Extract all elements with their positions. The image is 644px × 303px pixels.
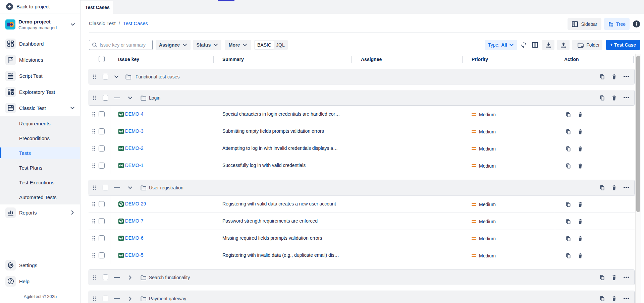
sidebar-toggle-button[interactable]: Sidebar bbox=[568, 18, 601, 30]
tree-view-button[interactable]: Tree bbox=[604, 18, 630, 30]
sidebar-item-exploratory-test[interactable]: Exploratory Test bbox=[0, 84, 80, 100]
test-case-row[interactable]: DEMO-1 Successfully log in with valid cr… bbox=[89, 157, 635, 174]
chevron-right-icon[interactable] bbox=[128, 275, 132, 280]
more-actions-icon[interactable] bbox=[624, 185, 629, 190]
issue-key-link[interactable]: DEMO-29 bbox=[125, 201, 146, 206]
submenu-item-automated-tests[interactable]: Automated Tests bbox=[0, 190, 80, 204]
test-case-row[interactable]: DEMO-3 Submitting empty fields prompts v… bbox=[89, 123, 635, 140]
sidebar-item-classic-test[interactable]: Classic Test bbox=[0, 100, 80, 116]
trash-icon[interactable] bbox=[578, 219, 583, 224]
add-folder-button[interactable]: Folder bbox=[572, 40, 602, 50]
more-actions-icon[interactable] bbox=[624, 74, 629, 79]
row-checkbox[interactable] bbox=[99, 201, 105, 207]
column-header-issue-key[interactable]: Issue key bbox=[118, 53, 139, 66]
column-header-summary[interactable]: Summary bbox=[222, 53, 244, 66]
more-actions-icon[interactable] bbox=[624, 296, 629, 301]
submenu-item-requirements[interactable]: Requirements bbox=[0, 116, 80, 131]
submenu-item-test-plans[interactable]: Test Plans bbox=[0, 160, 80, 175]
trash-icon[interactable] bbox=[578, 163, 583, 169]
search-input[interactable] bbox=[100, 42, 150, 48]
test-case-row[interactable]: DEMO-7 Password strength requirements ar… bbox=[89, 213, 635, 230]
copy-icon[interactable] bbox=[566, 146, 571, 152]
copy-icon[interactable] bbox=[566, 202, 571, 207]
tab-test-cases[interactable]: Test Cases bbox=[80, 1, 113, 14]
issue-key-link[interactable]: DEMO-1 bbox=[125, 163, 143, 168]
drag-handle-icon[interactable] bbox=[92, 236, 95, 241]
chevron-down-icon[interactable] bbox=[128, 96, 132, 100]
test-case-row[interactable]: DEMO-4 Special characters in login crede… bbox=[89, 106, 635, 123]
trash-icon[interactable] bbox=[611, 95, 617, 101]
sidebar-item-reports[interactable]: Reports bbox=[0, 204, 80, 221]
info-icon[interactable] bbox=[633, 20, 640, 27]
trash-icon[interactable] bbox=[578, 129, 583, 134]
trash-icon[interactable] bbox=[578, 112, 583, 117]
column-header-assignee[interactable]: Assignee bbox=[361, 53, 382, 66]
issue-key-link[interactable]: DEMO-5 bbox=[125, 252, 143, 258]
project-switcher[interactable]: Demo project Company-managed bbox=[0, 13, 80, 36]
drag-handle-icon[interactable] bbox=[92, 253, 95, 258]
back-to-project-button[interactable]: Back to project bbox=[0, 0, 80, 13]
more-filters-button[interactable]: More bbox=[225, 40, 251, 50]
export-button[interactable] bbox=[557, 40, 570, 50]
drag-handle-icon[interactable] bbox=[93, 185, 96, 190]
trash-icon[interactable] bbox=[611, 296, 617, 301]
copy-icon[interactable] bbox=[566, 112, 571, 117]
folder-row-payment-gateway[interactable]: Payment gateway bbox=[89, 291, 635, 303]
row-checkbox[interactable] bbox=[103, 95, 108, 101]
row-checkbox[interactable] bbox=[99, 252, 105, 258]
row-checkbox[interactable] bbox=[99, 111, 105, 117]
copy-icon[interactable] bbox=[566, 163, 571, 169]
copy-icon[interactable] bbox=[599, 74, 605, 79]
issue-key-link[interactable]: DEMO-7 bbox=[125, 218, 143, 224]
test-case-row[interactable]: DEMO-5 Registering with invalid data (e.… bbox=[89, 247, 635, 264]
chevron-down-icon[interactable] bbox=[114, 74, 119, 79]
submenu-item-test-executions[interactable]: Test Executions bbox=[0, 175, 80, 190]
copy-icon[interactable] bbox=[566, 129, 571, 134]
sidebar-item-dashboard[interactable]: Dashboard bbox=[0, 36, 80, 52]
copy-icon[interactable] bbox=[566, 236, 571, 241]
breadcrumb-current[interactable]: Test Cases bbox=[123, 20, 148, 26]
row-checkbox[interactable] bbox=[99, 218, 105, 224]
test-case-row[interactable]: DEMO-2 Attempting to log in with invalid… bbox=[89, 140, 635, 157]
breadcrumb-parent[interactable]: Classic Test bbox=[89, 20, 116, 26]
submenu-item-tests[interactable]: Tests bbox=[0, 145, 80, 160]
issue-key-link[interactable]: DEMO-3 bbox=[125, 128, 143, 134]
refresh-button[interactable] bbox=[520, 40, 527, 50]
select-all-checkbox[interactable] bbox=[99, 56, 105, 62]
drag-handle-icon[interactable] bbox=[93, 275, 96, 280]
copy-icon[interactable] bbox=[599, 185, 605, 190]
more-actions-icon[interactable] bbox=[624, 95, 629, 101]
issue-key-link[interactable]: DEMO-2 bbox=[125, 145, 143, 151]
jql-mode-tab[interactable]: JQL bbox=[274, 41, 287, 49]
status-filter-button[interactable]: Status bbox=[193, 40, 221, 50]
drag-handle-icon[interactable] bbox=[92, 219, 95, 224]
sidebar-item-milestones[interactable]: Milestones bbox=[0, 52, 80, 68]
trash-icon[interactable] bbox=[611, 275, 617, 280]
submenu-item-preconditions[interactable]: Preconditions bbox=[0, 131, 80, 145]
row-checkbox[interactable] bbox=[99, 163, 105, 169]
sidebar-item-help[interactable]: Help bbox=[0, 273, 80, 289]
drag-handle-icon[interactable] bbox=[93, 74, 96, 79]
sidebar-item-settings[interactable]: Settings bbox=[0, 257, 80, 273]
row-checkbox[interactable] bbox=[103, 275, 108, 280]
drag-handle-icon[interactable] bbox=[92, 129, 95, 134]
folder-row-search-functionality[interactable]: Search functionality bbox=[89, 269, 635, 285]
column-header-priority[interactable]: Priority bbox=[472, 53, 488, 66]
copy-icon[interactable] bbox=[566, 253, 571, 258]
copy-icon[interactable] bbox=[599, 296, 605, 301]
drag-handle-icon[interactable] bbox=[92, 202, 95, 206]
test-case-row[interactable]: DEMO-6 Missing required fields prompts v… bbox=[89, 230, 635, 247]
drag-handle-icon[interactable] bbox=[93, 96, 96, 100]
drag-handle-icon[interactable] bbox=[92, 112, 95, 117]
row-checkbox[interactable] bbox=[99, 235, 105, 241]
drag-handle-icon[interactable] bbox=[92, 163, 95, 168]
trash-icon[interactable] bbox=[578, 146, 583, 152]
copy-icon[interactable] bbox=[599, 95, 605, 101]
sidebar-item-script-test[interactable]: Script Test bbox=[0, 68, 80, 84]
basic-mode-tab[interactable]: BASIC bbox=[255, 41, 274, 49]
columns-button[interactable] bbox=[531, 40, 539, 50]
row-checkbox[interactable] bbox=[103, 296, 108, 301]
copy-icon[interactable] bbox=[599, 275, 605, 280]
assignee-filter-button[interactable]: Assignee bbox=[156, 40, 191, 50]
drag-handle-icon[interactable] bbox=[92, 146, 95, 151]
